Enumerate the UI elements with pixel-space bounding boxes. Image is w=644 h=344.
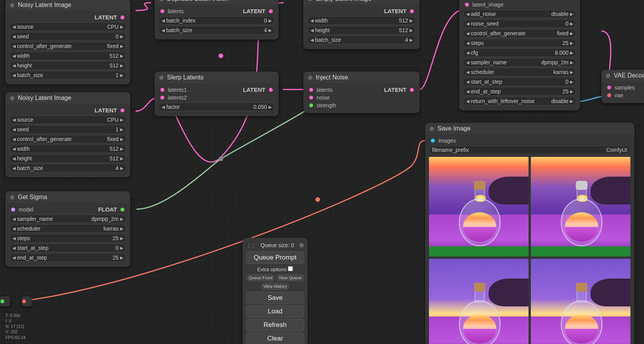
save-button[interactable]: Save bbox=[246, 292, 304, 304]
output-image-1[interactable] bbox=[429, 157, 529, 256]
clear-button[interactable]: Clear bbox=[246, 332, 304, 344]
extra-options-checkbox[interactable] bbox=[288, 266, 293, 271]
output-image-3[interactable] bbox=[429, 259, 529, 344]
node-noisy-latent-2[interactable]: Noisy Latent Image LATENT ◀sourceCPU▶ ◀s… bbox=[5, 92, 130, 177]
reroute-2[interactable] bbox=[22, 296, 32, 306]
output-image-4[interactable] bbox=[531, 259, 630, 344]
output-image-2[interactable] bbox=[531, 157, 630, 256]
node-inject-noise[interactable]: Inject Noise latentsLATENT noise strengt… bbox=[303, 72, 420, 113]
gear-icon[interactable]: ⚙ bbox=[299, 242, 304, 248]
queue-prompt-button[interactable]: Queue Prompt bbox=[246, 251, 304, 264]
drag-handle-icon[interactable]: ⋮⋮ bbox=[246, 243, 255, 248]
control-panel[interactable]: ⋮⋮Queue size: 0⚙ Queue Prompt Extra opti… bbox=[243, 238, 308, 344]
node-noisy-latent-1[interactable]: Noisy Latent Image LATENT ◀sourceCPU▶ ◀s… bbox=[5, 0, 130, 84]
node-save-image[interactable]: Save Image images filename_prefixComfyUI bbox=[425, 123, 634, 344]
node-title: Slerp Latents bbox=[167, 74, 203, 81]
svg-point-0 bbox=[219, 157, 223, 161]
node-title: VAE Decode bbox=[614, 72, 644, 79]
svg-point-2 bbox=[219, 53, 223, 58]
svg-point-1 bbox=[315, 197, 320, 202]
node-title: Save Image bbox=[437, 125, 470, 132]
load-button[interactable]: Load bbox=[246, 305, 304, 318]
queue-size: Queue size: 0 bbox=[260, 242, 294, 248]
node-get-sigma[interactable]: Get Sigma modelFLOAT ◀sampler_namedpmpp_… bbox=[5, 191, 130, 267]
node-title: Empty Latent Image bbox=[316, 0, 371, 2]
node-title: Inject Noise bbox=[316, 74, 348, 81]
node-vae-decode[interactable]: VAE Decode samples vae bbox=[601, 70, 644, 103]
view-queue-button[interactable]: View Queue bbox=[276, 274, 304, 281]
refresh-button[interactable]: Refresh bbox=[246, 319, 304, 331]
node-title: Duplicate Batch Index bbox=[167, 0, 227, 2]
node-title: Noisy Latent Image bbox=[18, 2, 71, 9]
node-title: Get Sigma bbox=[18, 194, 47, 201]
queue-front-button[interactable]: Queue Front bbox=[246, 274, 275, 281]
stats-overlay: T: 0.00s I: 0 N: 17 [11] V: 202 FPS:60.2… bbox=[5, 313, 26, 340]
reroute-1[interactable] bbox=[0, 296, 10, 306]
node-ksampler[interactable]: negative latent_image ◀add_noisedisable▶… bbox=[459, 0, 580, 110]
view-history-button[interactable]: View History bbox=[261, 283, 289, 290]
node-duplicate-batch[interactable]: Duplicate Batch Index latentsLATENT ◀bat… bbox=[155, 0, 279, 40]
node-title: Noisy Latent Image bbox=[18, 95, 71, 101]
node-slerp-latents[interactable]: Slerp Latents latents1LATENT latents2 ◀f… bbox=[155, 72, 279, 116]
node-empty-latent[interactable]: Empty Latent Image LATENT ◀width512▶ ◀he… bbox=[303, 0, 420, 49]
